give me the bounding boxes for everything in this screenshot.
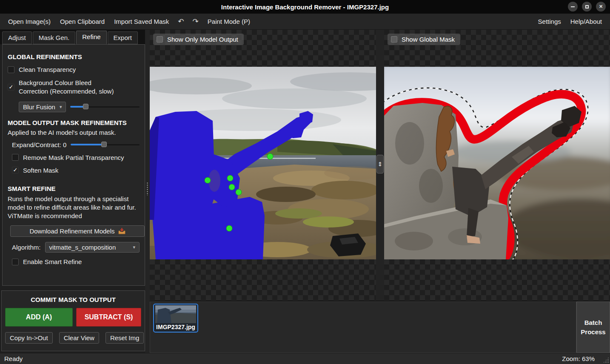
bleed-correction-row: ✓ Background Colour Bleed Correction (Re… xyxy=(8,79,140,96)
add-button[interactable]: ADD (A) xyxy=(5,308,73,327)
soften-mask-row: ✓ Soften Mask xyxy=(12,167,140,174)
tab-refine[interactable]: Refine xyxy=(76,31,106,44)
chevron-down-icon: ▾ xyxy=(133,245,135,250)
soften-mask-label: Soften Mask xyxy=(23,167,58,174)
menubar: Open Image(s) Open Clipboard Import Save… xyxy=(0,14,610,30)
close-button[interactable]: ✕ xyxy=(596,2,606,11)
paint-mode-button[interactable]: Paint Mode (P) xyxy=(203,15,255,28)
remove-partial-row: Remove Mask Partial Transparency xyxy=(12,154,140,161)
commit-header: COMMIT MASK TO OUTPUT xyxy=(5,296,141,303)
smart-refine-description: Runs the model output through a speciali… xyxy=(8,195,140,221)
model-output-header: MODEL OUTPUT MASK REFINEMENTS xyxy=(8,119,140,126)
window-title: Interactive Image Background Remover - I… xyxy=(221,3,389,11)
algorithm-row: Algorithm: vitmatte_s_composition ▾ xyxy=(12,242,140,253)
tab-mask-gen[interactable]: Mask Gen. xyxy=(33,31,76,44)
viewer-splitter[interactable]: ⇕ xyxy=(376,30,384,301)
maximize-icon xyxy=(585,5,589,9)
main-area: Show Only Model Output xyxy=(150,30,610,353)
splitter-arrows-icon: ⇕ xyxy=(378,161,383,168)
help-about-button[interactable]: Help/About xyxy=(566,15,607,28)
bleed-correction-label: Background Colour Bleed Correction (Reco… xyxy=(19,79,114,96)
slider-handle[interactable] xyxy=(101,142,107,147)
subtract-button[interactable]: SUBTRACT (S) xyxy=(76,308,141,327)
blur-mode-value: Blur Fusion xyxy=(23,103,55,111)
commit-small-buttons: Copy In->Out Clear View Reset Img xyxy=(5,332,141,344)
sidebar-splitter[interactable] xyxy=(145,30,150,353)
check-icon: ✓ xyxy=(9,84,14,90)
maximize-button[interactable] xyxy=(582,2,592,11)
output-viewer[interactable]: Show Global Mask xyxy=(384,30,610,301)
open-images-button[interactable]: Open Image(s) xyxy=(3,15,55,28)
tab-bar: Adjust Mask Gen. Refine Export xyxy=(0,30,145,44)
batch-process-button[interactable]: Batch Process xyxy=(576,301,610,353)
blur-mode-dropdown[interactable]: Blur Fusion ▾ xyxy=(19,102,66,112)
show-global-mask-checkbox[interactable] xyxy=(391,36,397,43)
expand-contract-slider[interactable] xyxy=(71,142,140,148)
thumbnail-image xyxy=(155,305,196,323)
expand-contract-row: Expand/Contract: 0 xyxy=(12,141,140,148)
show-global-mask-toggle[interactable]: Show Global Mask xyxy=(388,34,460,45)
resize-grip[interactable] xyxy=(603,357,609,363)
soften-mask-checkbox[interactable]: ✓ xyxy=(12,167,19,173)
slider-fill xyxy=(71,144,104,145)
viewer-splitter-handle[interactable]: ⇕ xyxy=(376,155,384,173)
show-only-model-output-checkbox[interactable] xyxy=(157,36,163,43)
output-image-canvas[interactable] xyxy=(384,67,610,259)
global-refinements-header: GLOBAL REFINEMENTS xyxy=(8,53,140,60)
status-text: Ready xyxy=(4,355,562,362)
show-global-mask-label: Show Global Mask xyxy=(402,36,455,43)
window-controls: ✕ xyxy=(568,2,606,11)
clear-view-button[interactable]: Clear View xyxy=(59,332,99,344)
clean-transparency-label: Clean Transparency xyxy=(19,66,76,73)
import-saved-mask-button[interactable]: Import Saved Mask xyxy=(109,15,174,28)
open-clipboard-button[interactable]: Open Clipboard xyxy=(55,15,109,28)
splitter-grip-icon xyxy=(147,182,148,196)
redo-icon[interactable]: ↷ xyxy=(188,16,203,27)
remove-partial-checkbox[interactable] xyxy=(12,154,19,161)
remove-partial-label: Remove Mask Partial Transparency xyxy=(23,154,124,161)
commit-panel: COMMIT MASK TO OUTPUT ADD (A) SUBTRACT (… xyxy=(1,290,145,351)
download-tray-icon xyxy=(118,228,125,234)
tab-adjust[interactable]: Adjust xyxy=(2,31,32,44)
blur-fusion-row: Blur Fusion ▾ xyxy=(19,102,140,112)
model-output-subtext: Applied to the AI model's output mask. xyxy=(8,129,140,136)
enable-smart-refine-row: Enable Smart Refine xyxy=(12,258,140,265)
download-models-label: Download Refinement Models xyxy=(29,228,114,235)
expand-contract-label: Expand/Contract: 0 xyxy=(12,141,66,148)
commit-main-buttons: ADD (A) SUBTRACT (S) xyxy=(5,308,141,327)
batch-process-cell: Batch Process xyxy=(576,301,610,353)
copy-in-out-button[interactable]: Copy In->Out xyxy=(5,332,53,344)
titlebar: Interactive Image Background Remover - I… xyxy=(0,0,610,14)
minimize-button[interactable] xyxy=(568,2,578,11)
clean-transparency-checkbox[interactable] xyxy=(8,66,14,73)
thumbnail-item-selected[interactable]: IMGP2327.jpg xyxy=(153,304,198,333)
sidebar: Adjust Mask Gen. Refine Export GLOBAL RE… xyxy=(0,30,145,353)
slider-handle[interactable] xyxy=(83,104,88,109)
zoom-level: Zoom: 63% xyxy=(562,355,595,362)
bleed-correction-checkbox[interactable]: ✓ xyxy=(8,84,14,91)
algorithm-value: vitmatte_s_composition xyxy=(49,244,116,251)
algorithm-dropdown[interactable]: vitmatte_s_composition ▾ xyxy=(45,242,140,253)
chevron-down-icon: ▾ xyxy=(60,104,62,110)
blur-strength-slider[interactable] xyxy=(70,104,140,110)
thumbnail-strip[interactable]: IMGP2327.jpg xyxy=(150,301,576,353)
enable-smart-refine-label: Enable Smart Refine xyxy=(23,258,82,265)
input-image-canvas[interactable] xyxy=(150,67,376,259)
show-only-model-output-toggle[interactable]: Show Only Model Output xyxy=(153,34,244,45)
thumbnail-label: IMGP2327.jpg xyxy=(155,323,197,332)
settings-button[interactable]: Settings xyxy=(533,15,566,28)
statusbar: Ready Zoom: 63% xyxy=(0,353,610,364)
download-models-button[interactable]: Download Refinement Models xyxy=(10,225,145,237)
undo-icon[interactable]: ↶ xyxy=(174,16,188,27)
viewer-row: Show Only Model Output xyxy=(150,30,610,301)
tab-export[interactable]: Export xyxy=(108,31,138,44)
smart-refine-header: SMART REFINE xyxy=(8,185,140,192)
content-area: Adjust Mask Gen. Refine Export GLOBAL RE… xyxy=(0,30,610,353)
reset-img-button[interactable]: Reset Img xyxy=(105,332,144,344)
enable-smart-refine-checkbox[interactable] xyxy=(12,259,19,265)
algorithm-label: Algorithm: xyxy=(12,244,41,251)
minimize-icon xyxy=(571,6,575,7)
refine-panel: GLOBAL REFINEMENTS Clean Transparency ✓ … xyxy=(2,44,145,286)
input-viewer[interactable]: Show Only Model Output xyxy=(150,30,376,301)
close-icon: ✕ xyxy=(599,4,603,9)
